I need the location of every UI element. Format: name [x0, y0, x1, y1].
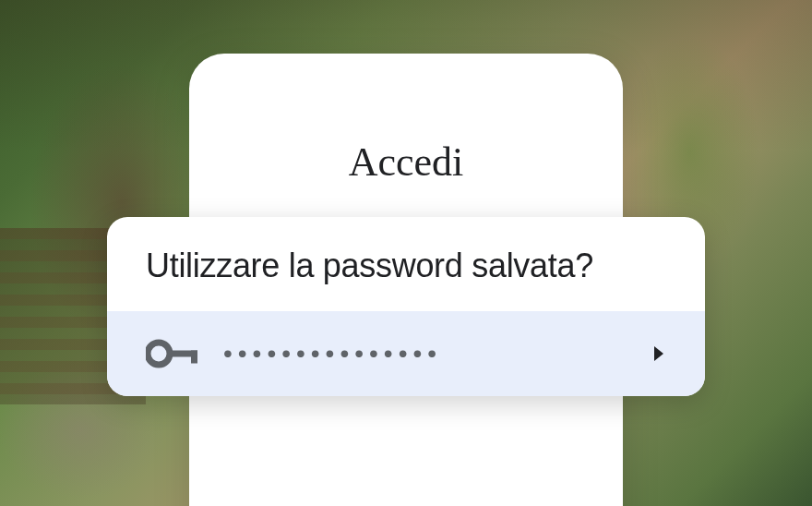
chevron-right-icon [651, 344, 666, 363]
key-icon [146, 339, 199, 368]
svg-point-0 [148, 343, 170, 365]
dialog-title: Utilizzare la password salvata? [107, 217, 705, 311]
page-title: Accedi [189, 139, 623, 186]
svg-rect-2 [191, 351, 197, 364]
password-entry-row[interactable]: ••••••••••••••• [107, 311, 705, 396]
password-mask: ••••••••••••••• [223, 341, 627, 367]
saved-password-dialog: Utilizzare la password salvata? ••••••••… [107, 217, 705, 396]
